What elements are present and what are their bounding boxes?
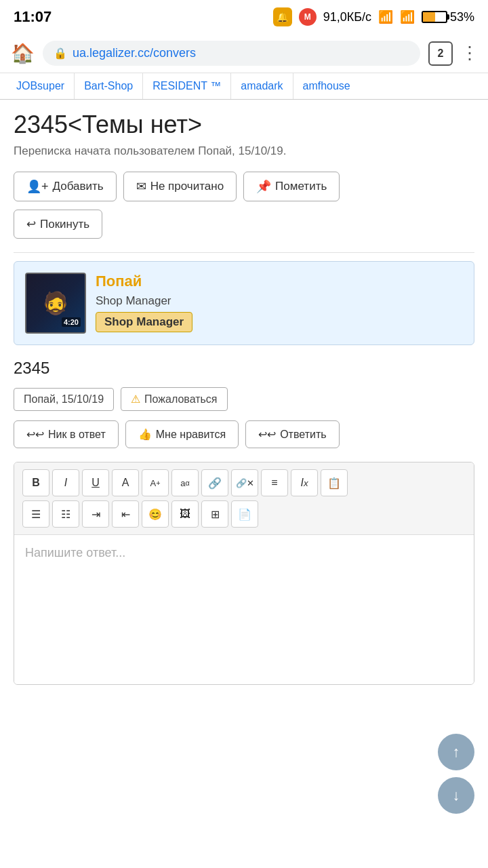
editor-body[interactable]: Напишите ответ... [14, 535, 474, 684]
avatar-figure: 🧔 [42, 290, 69, 316]
page-title: 2345<Темы нет> [14, 111, 474, 139]
tab-bart-shop[interactable]: Bart-Shop [75, 73, 143, 99]
action-buttons: 👤+ Добавить ✉ Не прочитано 📌 Пометить [14, 172, 474, 201]
reply-icon: ↩↩ [258, 428, 276, 441]
italic-button[interactable]: I [52, 469, 79, 496]
divider-1 [14, 252, 474, 253]
report-button[interactable]: ⚠ Пожаловаться [121, 387, 227, 411]
unordered-list-button[interactable]: ☰ [22, 500, 49, 528]
home-button[interactable]: 🏠 [11, 42, 35, 64]
template-button[interactable]: 📄 [231, 500, 258, 528]
url-bar[interactable]: 🔒 ua.legalizer.cc/convers [43, 41, 420, 66]
signal-icon: 📶 [400, 9, 415, 24]
table-button[interactable]: ⊞ [201, 500, 228, 528]
message-actions: ↩↩ Ник в ответ 👍 Мне нравится ↩↩ Ответит… [14, 420, 474, 448]
message-meta: Попай, 15/10/19 ⚠ Пожаловаться [14, 387, 474, 411]
gmail-icon: M [299, 8, 317, 26]
menu-dots[interactable]: ⋮ [461, 43, 477, 64]
clear-format-button[interactable]: Ix [291, 469, 318, 496]
toolbar-row-2: ☰ ☷ ⇥ ⇤ 😊 🖼 ⊞ 📄 [22, 500, 466, 528]
network-speed: 91,0КБ/с [323, 10, 371, 24]
status-bar: 11:07 🔔 M 91,0КБ/с 📶 📶 53% [0, 0, 488, 34]
battery-percent: 53% [450, 10, 474, 24]
browser-bar: 🏠 🔒 ua.legalizer.cc/convers 2 ⋮ [0, 34, 488, 73]
nick-reply-icon: ↩↩ [26, 428, 44, 441]
emoji-button[interactable]: 😊 [142, 500, 169, 528]
leave-icon: ↩ [26, 217, 36, 231]
like-icon: 👍 [138, 428, 152, 441]
avatar: 🧔 [25, 273, 86, 334]
scroll-up-button[interactable]: ↑ [438, 734, 474, 770]
mark-button[interactable]: 📌 Пометить [243, 172, 340, 201]
ordered-list-button[interactable]: ☷ [52, 500, 79, 528]
add-label: Добавить [53, 180, 104, 193]
tab-bar: JOBsuper Bart-Shop RESIDENT ™ amadark am… [0, 73, 488, 100]
tab-amfhouse[interactable]: amfhouse [293, 73, 360, 99]
editor-placeholder: Напишите ответ... [25, 546, 125, 559]
font-size-up-button[interactable]: A+ [142, 469, 169, 496]
font-color-button[interactable]: A [112, 469, 139, 496]
message-info: Попай Shop Manager Shop Manager [96, 273, 192, 334]
notification-icon: 🔔 [273, 7, 292, 26]
message-author-date: Попай, 15/10/19 [14, 388, 114, 411]
lock-icon: 🔒 [54, 47, 67, 60]
underline-button[interactable]: U [82, 469, 109, 496]
leave-button[interactable]: ↩ Покинуть [14, 210, 102, 239]
scroll-buttons: ↑ ↓ [438, 734, 474, 814]
unread-label: Не прочитано [150, 180, 224, 193]
tab-resident[interactable]: RESIDENT ™ [143, 73, 231, 99]
tab-jobsuper[interactable]: JOBsuper [7, 73, 75, 99]
mark-label: Пометить [275, 180, 327, 193]
tab-count[interactable]: 2 [428, 41, 453, 66]
url-domain: ua.legalizer.cc [73, 46, 150, 60]
main-content: 2345<Темы нет> Переписка начата пользова… [0, 100, 488, 696]
scroll-down-icon: ↓ [453, 787, 460, 804]
report-label: Пожаловаться [144, 393, 217, 406]
unlink-button[interactable]: 🔗✕ [231, 469, 258, 496]
image-button[interactable]: 🖼 [171, 500, 199, 528]
wifi-icon: 📶 [378, 9, 393, 24]
editor-toolbar: B I U A A+ aα 🔗 🔗✕ ≡ Ix 📋 ☰ ☷ ⇥ ⇤ 😊 🖼 ⊞ [14, 462, 474, 535]
warn-icon: ⚠ [131, 393, 140, 406]
time: 11:07 [14, 8, 52, 26]
tab-amadark[interactable]: amadark [231, 73, 293, 99]
scroll-up-icon: ↑ [453, 743, 460, 761]
outdent-button[interactable]: ⇤ [112, 500, 139, 528]
indent-button[interactable]: ⇥ [82, 500, 109, 528]
nick-reply-button[interactable]: ↩↩ Ник в ответ [14, 420, 119, 448]
message-number: 2345 [14, 359, 474, 378]
nick-reply-label: Ник в ответ [48, 429, 106, 441]
link-button[interactable]: 🔗 [201, 469, 228, 496]
page-subtitle: Переписка начата пользователем Попай, 15… [14, 144, 474, 158]
align-button[interactable]: ≡ [261, 469, 288, 496]
source-button[interactable]: 📋 [321, 469, 348, 496]
status-right: 🔔 M 91,0КБ/с 📶 📶 53% [273, 7, 474, 26]
user-name[interactable]: Попай [96, 273, 192, 290]
unread-button[interactable]: ✉ Не прочитано [123, 172, 237, 201]
add-button[interactable]: 👤+ Добавить [14, 172, 117, 201]
message-card: 🧔 Попай Shop Manager Shop Manager [14, 261, 474, 345]
editor-container: B I U A A+ aα 🔗 🔗✕ ≡ Ix 📋 ☰ ☷ ⇥ ⇤ 😊 🖼 ⊞ [14, 462, 474, 685]
user-badge: Shop Manager [96, 312, 192, 332]
toolbar-row-1: B I U A A+ aα 🔗 🔗✕ ≡ Ix 📋 [22, 469, 466, 496]
mail-icon: ✉ [136, 179, 146, 194]
like-label: Мне нравится [156, 429, 226, 441]
reply-button[interactable]: ↩↩ Ответить [245, 420, 339, 448]
url-text: ua.legalizer.cc/convers [73, 46, 196, 60]
user-role: Shop Manager [96, 294, 192, 308]
url-path: /convers [150, 46, 196, 60]
reply-label: Ответить [280, 429, 326, 441]
font-size-down-button[interactable]: aα [171, 469, 199, 496]
scroll-down-button[interactable]: ↓ [438, 777, 474, 814]
add-icon: 👤+ [26, 179, 49, 194]
battery: 53% [422, 10, 474, 24]
bold-button[interactable]: B [22, 469, 49, 496]
like-button[interactable]: 👍 Мне нравится [125, 420, 239, 448]
leave-label: Покинуть [40, 218, 89, 231]
pin-icon: 📌 [256, 179, 271, 194]
